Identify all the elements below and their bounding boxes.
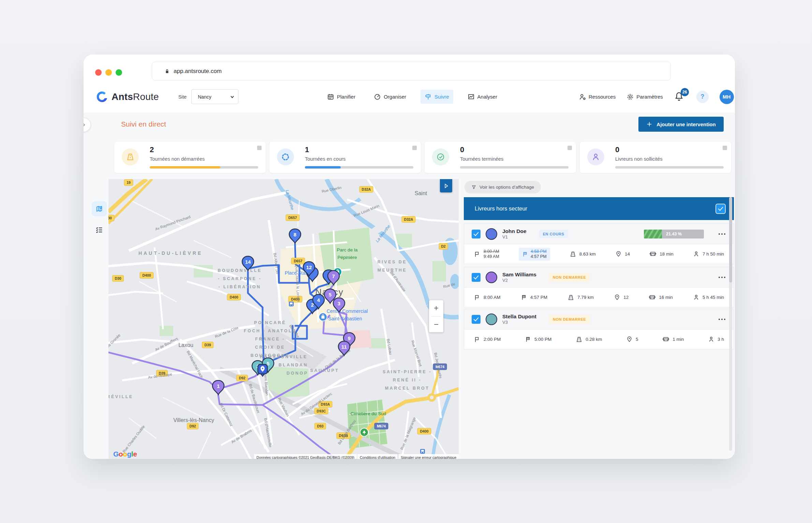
svg-text:8: 8 <box>294 232 296 237</box>
user-avatar[interactable]: MH <box>720 90 734 104</box>
drivers-panel-header: Livreurs hors secteur <box>464 197 734 220</box>
parametres-button[interactable]: Paramètres <box>626 93 663 101</box>
notifications-button[interactable]: 26 <box>674 91 685 103</box>
start-flag-icon <box>474 336 481 343</box>
map-label: CROIX DE <box>255 345 285 350</box>
map-marker-transit[interactable] <box>420 449 425 454</box>
tab-label: Suivre <box>434 94 449 100</box>
help-label: ? <box>700 93 704 100</box>
page-content: Suivi en direct Ajouter une intervention… <box>84 113 735 459</box>
driver-vehicle: V2 <box>502 278 536 283</box>
tab-planifier[interactable]: Planifier <box>323 90 359 104</box>
stat-label: Tournées non démarrées <box>150 156 205 162</box>
display-options-button[interactable]: Voir les options d'affichage <box>464 181 541 193</box>
stat-value: 0 <box>460 145 464 154</box>
driver-card-stella-dupont: Stella Dupont V3 NON DEMARREE 2:00 PM 5:… <box>464 309 734 349</box>
driver-menu-button[interactable] <box>719 318 726 320</box>
tab-analyser[interactable]: Analyser <box>463 90 501 104</box>
map-canvas[interactable]: 1930D30D400D657D657D32AD32AD2D400D400D40… <box>108 179 459 459</box>
ressources-button[interactable]: Ressources <box>579 93 616 101</box>
svg-text:D32A: D32A <box>404 217 413 221</box>
svg-text:D32A: D32A <box>362 187 371 191</box>
end-time-cell: 4:58 PM4:57 PM <box>519 248 550 261</box>
report-error-link[interactable]: Signaler une erreur cartographique <box>398 454 459 459</box>
route-progress-bar: 21.43 % <box>644 230 704 238</box>
svg-text:D92: D92 <box>189 424 196 428</box>
stat-progress <box>305 166 413 169</box>
map-label: Parc de la <box>337 247 358 252</box>
person-icon <box>693 251 699 257</box>
site-select[interactable]: Nancy <box>191 89 238 104</box>
svg-text:D93A: D93A <box>321 402 330 406</box>
finish-flag-icon <box>521 294 527 301</box>
map-marker-transit[interactable] <box>289 302 294 306</box>
panel-scrollbar[interactable] <box>729 197 732 451</box>
map-label: - SCARPONE - <box>218 276 262 281</box>
driver-avatar <box>486 272 497 283</box>
app-navbar: AntsRoute Site Nancy Planifier <box>84 81 735 113</box>
maximize-window-button[interactable] <box>116 69 122 76</box>
svg-text:12: 12 <box>306 264 312 270</box>
stat-progress <box>615 166 724 169</box>
zoom-out-button[interactable]: − <box>429 316 443 332</box>
card-corner-handle <box>412 146 417 150</box>
tab-suivre[interactable]: Suivre <box>420 90 453 104</box>
van-icon <box>662 336 669 343</box>
stat-value: 1 <box>305 145 309 154</box>
driver-checkbox[interactable] <box>472 273 481 282</box>
svg-text:D657: D657 <box>294 259 302 263</box>
driver-stats: 8:00 AM9:49 AM 4:58 PM4:57 PM 8.63 km <box>464 244 734 264</box>
minimize-window-button[interactable] <box>105 69 112 76</box>
tab-label: Organiser <box>384 94 406 100</box>
stops-cell: 12 <box>614 294 629 301</box>
browser-chrome: app.antsroute.com <box>84 55 735 81</box>
help-button[interactable]: ? <box>696 91 709 103</box>
route-progress-label: 21.43 % <box>644 230 704 238</box>
collapse-panel-button[interactable] <box>84 118 90 132</box>
close-window-button[interactable] <box>95 69 102 76</box>
map-label: RÉVILLE <box>108 394 133 399</box>
notification-badge: 26 <box>681 88 689 96</box>
tab-organiser[interactable]: Organiser <box>370 90 410 104</box>
driver-vehicle: V1 <box>502 234 527 240</box>
sidebar-map-view-button[interactable] <box>92 201 107 216</box>
map-label: Laxou <box>178 342 193 348</box>
zoom-in-button[interactable]: + <box>429 300 443 316</box>
driver-checkbox[interactable] <box>472 230 481 238</box>
svg-text:D400: D400 <box>142 273 151 277</box>
road-shield: D32A <box>402 216 415 222</box>
site-label: Site <box>178 94 187 100</box>
brand[interactable]: AntsRoute <box>95 81 159 113</box>
add-intervention-button[interactable]: Ajouter une intervention <box>638 117 724 132</box>
lock-icon <box>164 68 170 74</box>
google-logo: Google <box>113 450 137 458</box>
stat-card-not-started: 2 Tournées non démarrées <box>114 142 266 173</box>
parametres-label: Paramètres <box>636 94 663 100</box>
filter-icon <box>471 185 476 190</box>
status-badge: NON DEMARREE <box>549 273 590 281</box>
card-corner-handle <box>723 146 727 150</box>
driver-checkbox[interactable] <box>472 315 481 324</box>
svg-text:30: 30 <box>108 216 112 220</box>
svg-text:D92: D92 <box>239 376 245 380</box>
sidebar-list-view-button[interactable] <box>92 222 107 237</box>
signpost-icon <box>425 93 432 100</box>
start-time-cell: 2:00 PM <box>474 336 501 343</box>
expand-map-button[interactable] <box>440 179 452 192</box>
driver-card-sam-williams: Sam Williams V2 NON DEMARREE 8:00 AM 4:5… <box>464 267 734 307</box>
finish-flag-icon <box>525 336 531 343</box>
stat-value: 2 <box>150 145 154 154</box>
stat-label: Tournées terminées <box>460 156 503 162</box>
svg-text:14: 14 <box>245 259 251 265</box>
driver-menu-button[interactable] <box>719 276 726 278</box>
terms-link[interactable]: Conditions d'utilisation <box>357 454 398 459</box>
pin-icon <box>626 336 633 343</box>
finish-flag-icon <box>522 251 528 257</box>
distance-cell: 0.28 km <box>576 336 602 343</box>
driver-menu-button[interactable] <box>719 233 726 235</box>
map-label: - LIBÉRATION <box>218 284 261 289</box>
panel-title: Livreurs hors secteur <box>475 205 527 212</box>
map-label: Centre Commercial <box>327 308 368 314</box>
select-all-checkbox[interactable] <box>716 204 725 213</box>
address-bar[interactable]: app.antsroute.com <box>152 62 671 81</box>
